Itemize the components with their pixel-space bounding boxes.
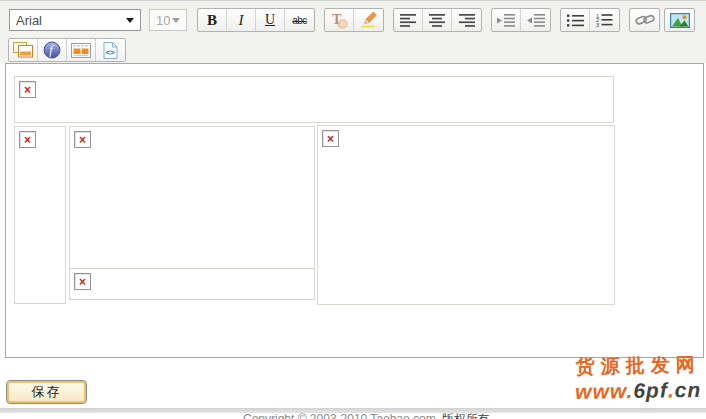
editor-toolbar: Arial 10 B I U abc xyxy=(0,0,706,63)
save-button[interactable]: 保存 xyxy=(6,380,87,404)
copyright-text: Copyright © 2003-2010 Taobao.com版权所有 xyxy=(243,411,490,419)
align-right-button[interactable] xyxy=(452,9,481,31)
strikethrough-icon: abc xyxy=(292,15,307,26)
image-group xyxy=(664,8,695,32)
broken-image-icon[interactable]: × xyxy=(322,130,339,147)
layout-cell-middle-bottom[interactable]: × xyxy=(69,268,315,300)
image-manager-button[interactable] xyxy=(9,39,38,61)
font-family-select[interactable]: Arial xyxy=(9,9,141,31)
watermark-url: www.6pf.cn xyxy=(575,377,701,405)
align-right-icon xyxy=(459,14,475,27)
highlighter-pencil-icon xyxy=(360,12,378,28)
image-manager-icon xyxy=(13,42,33,58)
highlight-button[interactable] xyxy=(354,9,383,31)
align-left-button[interactable] xyxy=(394,9,423,31)
strikethrough-button[interactable]: abc xyxy=(285,9,314,31)
font-size-select[interactable]: 10 xyxy=(149,9,187,31)
numbered-list-button[interactable]: 1 2 3 xyxy=(590,9,619,31)
toolbar-row-1: Arial 10 B I U abc xyxy=(9,8,704,32)
link-chain-icon xyxy=(635,13,655,27)
media-button[interactable] xyxy=(67,39,96,61)
svg-text:3: 3 xyxy=(596,22,599,27)
caret-down-icon xyxy=(126,18,134,23)
link-group xyxy=(629,8,660,32)
layout-cell-left[interactable]: × xyxy=(14,126,66,304)
numbered-list-icon: 1 2 3 xyxy=(596,13,613,27)
broken-image-icon[interactable]: × xyxy=(74,131,91,148)
svg-text:<>: <> xyxy=(105,47,115,56)
align-left-icon xyxy=(400,14,416,27)
layout-cell-right[interactable]: × xyxy=(317,125,615,305)
toolbar-row-2: f <> xyxy=(8,38,135,62)
insert-image-button[interactable] xyxy=(665,9,694,31)
bullet-list-icon xyxy=(567,14,584,27)
media-icon xyxy=(71,43,91,58)
link-button[interactable] xyxy=(630,9,659,31)
text-style-group: B I U abc xyxy=(197,8,315,32)
rich-text-editor-window: Arial 10 B I U abc xyxy=(0,0,706,419)
indent-icon xyxy=(497,14,515,27)
source-code-icon: <> xyxy=(103,42,118,59)
outdent-button[interactable] xyxy=(521,9,550,31)
broken-image-icon[interactable]: × xyxy=(19,81,36,98)
outdent-icon xyxy=(527,14,545,27)
flash-icon: f xyxy=(43,41,61,59)
broken-image-icon[interactable]: × xyxy=(19,131,36,148)
align-center-button[interactable] xyxy=(423,9,452,31)
bullet-list-button[interactable] xyxy=(561,9,590,31)
indent-group xyxy=(491,8,551,32)
bold-icon: B xyxy=(207,12,217,29)
italic-icon: I xyxy=(239,12,244,29)
editor-body[interactable]: × × × × × xyxy=(5,63,704,358)
font-family-value: Arial xyxy=(16,13,42,28)
font-size-value: 10 xyxy=(156,13,170,28)
image-icon xyxy=(670,13,690,28)
indent-button[interactable] xyxy=(492,9,521,31)
caret-down-icon xyxy=(172,18,180,23)
underline-button[interactable]: U xyxy=(256,9,285,31)
color-group: T xyxy=(324,8,384,32)
copyright-en: Copyright © 2003-2010 Taobao.com xyxy=(243,412,436,419)
italic-button[interactable]: I xyxy=(227,9,256,31)
alignment-group xyxy=(393,8,482,32)
copyright-zh: 版权所有 xyxy=(442,412,490,419)
broken-image-icon[interactable]: × xyxy=(74,273,91,290)
list-group: 1 2 3 xyxy=(560,8,620,32)
media-group: f <> xyxy=(8,38,126,62)
align-center-icon xyxy=(429,14,445,27)
text-color-icon: T xyxy=(330,12,348,29)
layout-cell-middle[interactable]: × xyxy=(69,126,315,269)
watermark-site-name: 货源批发网 xyxy=(575,352,701,379)
underline-icon: U xyxy=(265,12,275,28)
text-color-button[interactable]: T xyxy=(325,9,354,31)
layout-cell-banner[interactable]: × xyxy=(14,76,614,123)
site-watermark: 货源批发网 www.6pf.cn xyxy=(575,352,702,405)
bold-button[interactable]: B xyxy=(198,9,227,31)
flash-button[interactable]: f xyxy=(38,39,67,61)
source-code-button[interactable]: <> xyxy=(96,39,125,61)
